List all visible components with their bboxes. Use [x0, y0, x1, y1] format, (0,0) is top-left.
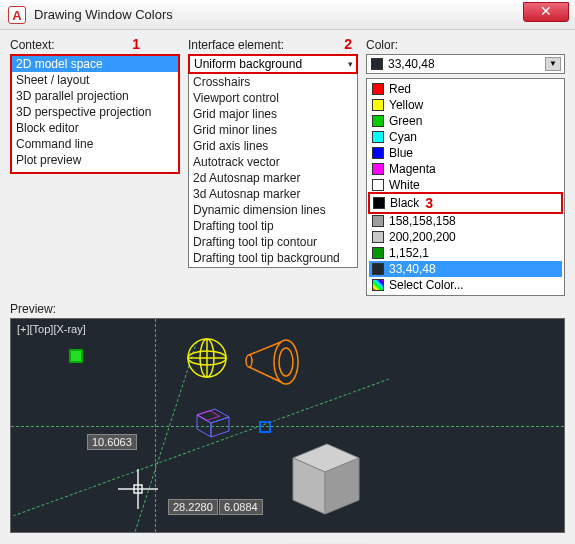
color-item-label: Yellow	[389, 98, 423, 112]
close-button[interactable]: ✕	[523, 2, 569, 22]
color-item[interactable]: Red	[369, 81, 562, 97]
context-label: Context:	[10, 38, 180, 52]
color-item[interactable]: Select Color...	[369, 277, 562, 293]
combo-arrow-icon[interactable]: ▼	[545, 57, 561, 71]
interface-item[interactable]: Drafting tool tip	[189, 218, 357, 234]
context-item[interactable]: Block editor	[12, 120, 178, 136]
color-item-label: Red	[389, 82, 411, 96]
color-swatch	[372, 215, 384, 227]
dropdown-arrow-icon: ▾	[348, 59, 353, 69]
color-item[interactable]: 200,200,200	[369, 229, 562, 245]
crosshair-icon	[118, 469, 158, 509]
interface-item[interactable]: 3d Autosnap marker	[189, 186, 357, 202]
preview-label: Preview:	[10, 302, 565, 316]
context-item[interactable]: 3D perspective projection	[12, 104, 178, 120]
color-list[interactable]: RedYellowGreenCyanBlueMagentaWhiteBlack3…	[366, 78, 565, 296]
color-item[interactable]: Green	[369, 113, 562, 129]
current-color-swatch	[371, 58, 383, 70]
dimension-tag: 10.6063	[87, 434, 137, 450]
cone-wireframe-icon	[241, 337, 301, 387]
svg-point-6	[279, 348, 293, 376]
color-item-label: Select Color...	[389, 278, 464, 292]
color-item-label: Cyan	[389, 130, 417, 144]
interface-item[interactable]: Autotrack vector	[189, 154, 357, 170]
dialog-content: 1 Context: 2D model spaceSheet / layout3…	[0, 30, 575, 544]
color-swatch	[372, 279, 384, 291]
color-item[interactable]: 1,152,1	[369, 245, 562, 261]
interface-item[interactable]: Drafting tool tip contour	[189, 234, 357, 250]
interface-item[interactable]: Grid major lines	[189, 106, 357, 122]
color-item[interactable]: Yellow	[369, 97, 562, 113]
interface-selected: Uniform background	[194, 57, 302, 71]
sphere-wireframe-icon	[186, 337, 228, 379]
color-item[interactable]: Blue	[369, 145, 562, 161]
color-item-label: Green	[389, 114, 422, 128]
color-item[interactable]: Black3	[368, 192, 563, 214]
color-item[interactable]: Magenta	[369, 161, 562, 177]
dimension-tag: 6.0884	[219, 499, 263, 515]
color-item[interactable]: White	[369, 177, 562, 193]
preview-viewport: [+][Top][X-ray]	[10, 318, 565, 533]
current-color-text: 33,40,48	[388, 57, 435, 71]
interface-item[interactable]: Grid axis lines	[189, 138, 357, 154]
color-item[interactable]: 33,40,48	[369, 261, 562, 277]
color-combobox[interactable]: 33,40,48 ▼	[366, 54, 565, 74]
interface-item[interactable]: Control vertices hull	[189, 266, 357, 268]
color-swatch	[372, 263, 384, 275]
interface-item[interactable]: Viewport control	[189, 90, 357, 106]
shaded-cube-icon	[281, 434, 371, 524]
context-item[interactable]: 2D model space	[12, 56, 178, 72]
color-swatch	[372, 131, 384, 143]
interface-item[interactable]: 2d Autosnap marker	[189, 170, 357, 186]
interface-dropdown[interactable]: Uniform background ▾	[188, 54, 358, 74]
interface-item[interactable]: Crosshairs	[189, 74, 357, 90]
color-item[interactable]: 158,158,158	[369, 213, 562, 229]
annotation-1: 1	[132, 36, 140, 52]
color-swatch	[372, 115, 384, 127]
color-swatch	[372, 247, 384, 259]
context-item[interactable]: Sheet / layout	[12, 72, 178, 88]
viewport-controls-text[interactable]: [+][Top][X-ray]	[17, 323, 86, 335]
interface-item[interactable]: Grid minor lines	[189, 122, 357, 138]
color-item-label: White	[389, 178, 420, 192]
color-item[interactable]: Cyan	[369, 129, 562, 145]
color-item-label: 33,40,48	[389, 262, 436, 276]
app-icon: A	[8, 6, 26, 24]
titlebar: A Drawing Window Colors ✕	[0, 0, 575, 30]
color-label: Color:	[366, 38, 565, 52]
svg-marker-12	[211, 417, 229, 437]
color-item-label: Blue	[389, 146, 413, 160]
color-swatch	[372, 99, 384, 111]
color-item-label: 1,152,1	[389, 246, 429, 260]
context-item[interactable]: Plot preview	[12, 152, 178, 168]
color-item-label: 158,158,158	[389, 214, 456, 228]
context-item[interactable]: Command line	[12, 136, 178, 152]
color-swatch	[372, 231, 384, 243]
color-item-label: Black	[390, 196, 419, 210]
autosnap-marker-icon	[69, 349, 83, 363]
selection-marker-icon	[259, 421, 271, 433]
color-swatch	[372, 83, 384, 95]
color-swatch	[373, 197, 385, 209]
color-item-label: Magenta	[389, 162, 436, 176]
annotation-2: 2	[344, 36, 352, 52]
dimension-tag: 28.2280	[168, 499, 218, 515]
context-item[interactable]: 3D parallel projection	[12, 88, 178, 104]
interface-item[interactable]: Dynamic dimension lines	[189, 202, 357, 218]
context-listbox[interactable]: 2D model spaceSheet / layout3D parallel …	[10, 54, 180, 174]
interface-label: Interface element:	[188, 38, 358, 52]
color-swatch	[372, 163, 384, 175]
interface-item[interactable]: Drafting tool tip background	[189, 250, 357, 266]
color-swatch	[372, 147, 384, 159]
axis-line	[11, 426, 564, 427]
svg-marker-13	[197, 411, 219, 421]
interface-listbox[interactable]: CrosshairsViewport controlGrid major lin…	[188, 74, 358, 268]
color-item-label: 200,200,200	[389, 230, 456, 244]
annotation-3: 3	[425, 195, 433, 211]
wireframe-box-icon	[191, 401, 235, 439]
color-swatch	[372, 179, 384, 191]
window-title: Drawing Window Colors	[34, 7, 173, 22]
svg-marker-10	[197, 409, 229, 423]
svg-point-9	[246, 355, 252, 367]
svg-point-5	[274, 340, 298, 384]
